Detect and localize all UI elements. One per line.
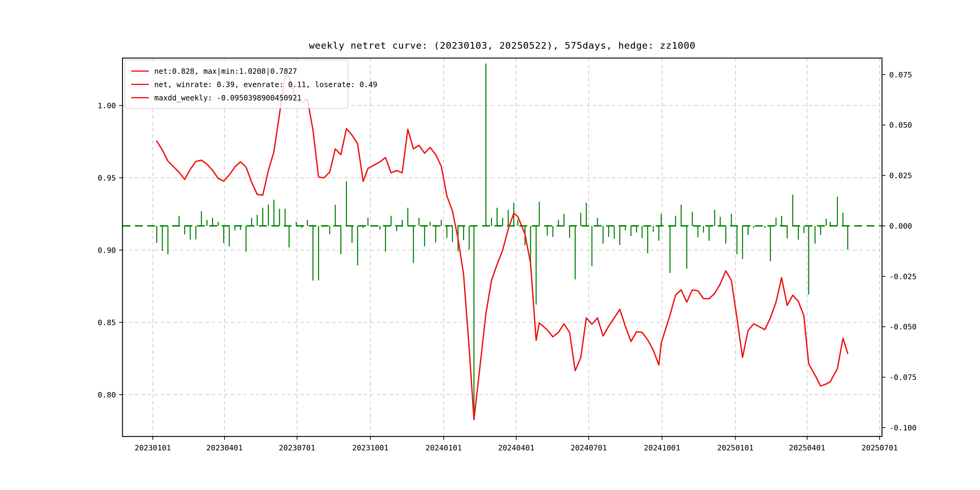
legend-label: net:0.828, max|min:1.0208|0.7827 xyxy=(154,67,297,76)
weekly-netret-chart: weekly netret curve: (20230103, 20250522… xyxy=(0,0,980,490)
plot-border xyxy=(123,58,882,436)
legend-label: net, winrate: 0.39, evenrate: 0.11, lose… xyxy=(154,80,377,89)
x-tick-label: 20241001 xyxy=(644,444,680,452)
x-tick-label: 20231001 xyxy=(352,444,388,452)
y-right-tick-label: 0.000 xyxy=(889,222,912,231)
y-left-tick-label: 0.85 xyxy=(98,318,116,327)
net-curve xyxy=(157,75,848,420)
y-left-tick-label: 0.80 xyxy=(98,390,116,399)
y-right-tick-label: -0.050 xyxy=(889,323,916,331)
x-tick-label: 20240101 xyxy=(426,444,462,452)
y-right-tick-label: 0.025 xyxy=(889,171,912,180)
y-right-tick-label: -0.100 xyxy=(889,423,916,432)
legend-box: net:0.828, max|min:1.0208|0.7827 net, wi… xyxy=(125,60,348,108)
x-tick-label: 20240701 xyxy=(570,444,607,452)
y-right-tick-label: 0.075 xyxy=(889,70,912,79)
x-tick-label: 20230101 xyxy=(135,444,171,452)
y-left-tick-label: 0.95 xyxy=(98,173,116,182)
legend-line-swatch-icon xyxy=(131,97,149,98)
x-tick-label: 20250401 xyxy=(789,444,825,452)
y-right-tick-label: -0.075 xyxy=(889,373,916,382)
y-left-tick-label: 0.90 xyxy=(98,246,116,255)
y-right-tick-label: -0.025 xyxy=(889,272,916,281)
legend-entry-net: net:0.828, max|min:1.0208|0.7827 xyxy=(131,64,342,78)
x-tick-label: 20230401 xyxy=(206,444,243,452)
legend-line-swatch-icon xyxy=(131,70,149,72)
y-left-tick-label: 1.00 xyxy=(98,101,116,110)
legend-label: maxdd_weekly: -0.0950398900450921 xyxy=(154,94,302,102)
x-tick-label: 20240401 xyxy=(498,444,534,452)
x-tick-label: 20250701 xyxy=(861,444,898,452)
x-tick-label: 20230701 xyxy=(279,444,315,452)
legend-entry-maxdd: maxdd_weekly: -0.0950398900450921 xyxy=(131,91,342,104)
legend-line-swatch-icon xyxy=(131,84,149,85)
legend-entry-winrate: net, winrate: 0.39, evenrate: 0.11, lose… xyxy=(131,78,342,91)
y-right-tick-label: 0.050 xyxy=(889,121,912,129)
x-tick-label: 20250101 xyxy=(717,444,753,452)
